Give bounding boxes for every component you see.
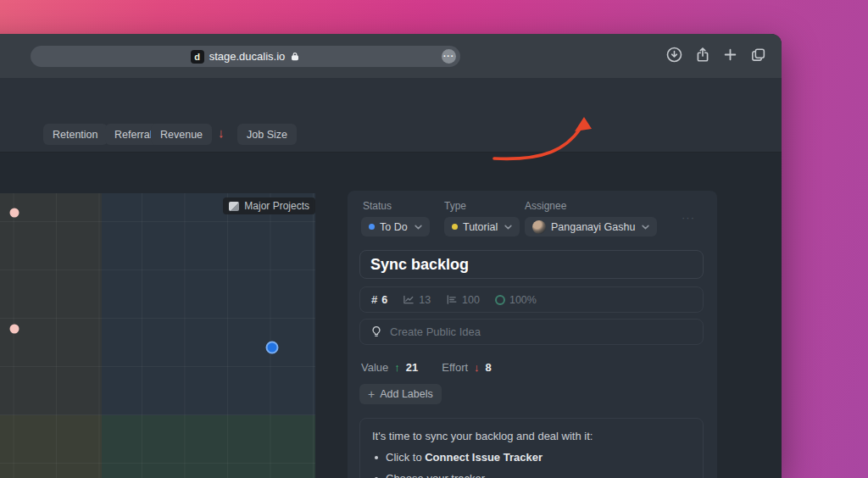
description-item: Click to Connect Issue Tracker: [372, 450, 691, 466]
assignee-value: Panganayi Gashu: [551, 221, 635, 233]
add-labels-button[interactable]: + Add Labels: [359, 384, 442, 404]
description-item: Choose your tracker: [372, 471, 691, 478]
backlog-position-value: 100: [462, 294, 480, 306]
quadrant-label-major-projects: Major Projects: [223, 197, 315, 214]
url-bar[interactable]: d stage.ducalis.io ···: [31, 46, 460, 67]
progress-value: 100%: [509, 294, 537, 306]
main-area: ns Major Projects Status Type Assignee T…: [0, 153, 782, 478]
url-more-icon[interactable]: ···: [442, 49, 456, 64]
bars-icon: [446, 294, 458, 305]
issue-number-stat: # 6: [371, 293, 387, 306]
status-field-label: Status: [363, 200, 392, 212]
arrow-up-icon: ↑: [394, 361, 400, 374]
browser-window: d stage.ducalis.io ···: [0, 34, 782, 478]
type-dropdown[interactable]: Tutorial: [444, 217, 520, 236]
add-labels-label: Add Labels: [380, 388, 433, 400]
score-stat[interactable]: 13: [403, 294, 431, 306]
lightbulb-icon: [370, 325, 382, 338]
site-favicon: d: [191, 50, 204, 64]
tab-retention[interactable]: Retention: [43, 124, 108, 145]
url-text: stage.ducalis.io: [209, 50, 286, 63]
status-color-dot: [369, 224, 375, 230]
type-color-dot: [452, 224, 458, 230]
desktop-background: d stage.ducalis.io ···: [0, 0, 868, 478]
value-number: 21: [406, 361, 418, 374]
share-icon[interactable]: [695, 47, 710, 63]
issue-stats-bar: # 6 13 100: [359, 286, 704, 313]
scatter-point[interactable]: [10, 208, 19, 218]
description-intro: It's time to sync your backlog and deal …: [372, 430, 691, 442]
issue-title-input[interactable]: Sync backlog: [359, 250, 704, 279]
score-value: 13: [419, 294, 431, 306]
public-idea-placeholder: Create Public Idea: [390, 325, 481, 338]
tab-revenue[interactable]: Revenue: [151, 124, 212, 145]
sort-descending-icon[interactable]: ↓: [218, 125, 225, 140]
progress-stat[interactable]: 100%: [495, 294, 537, 306]
connect-issue-tracker-text: Connect Issue Tracker: [425, 451, 542, 464]
scatter-point[interactable]: [10, 325, 19, 334]
type-value: Tutorial: [463, 221, 498, 233]
backlog-position-stat[interactable]: 100: [446, 294, 480, 306]
download-icon[interactable]: [666, 47, 682, 63]
issue-detail-panel: Status Type Assignee To Do Tutorial Pang…: [348, 191, 717, 478]
chevron-down-icon: [642, 225, 649, 230]
quadrant-label-text: Major Projects: [244, 200, 309, 212]
description-list: Click to Connect Issue Tracker Choose yo…: [372, 450, 691, 478]
issue-description[interactable]: It's time to sync your backlog and deal …: [359, 418, 704, 478]
new-tab-icon[interactable]: [723, 47, 737, 62]
issue-number: 6: [381, 294, 387, 306]
status-dropdown[interactable]: To Do: [361, 217, 430, 236]
assignee-avatar: [532, 220, 546, 234]
issue-title: Sync backlog: [370, 256, 469, 274]
lock-icon: [290, 51, 300, 62]
scatter-point[interactable]: [266, 342, 279, 354]
value-effort-row: Value ↑ 21 Effort ↓ 8: [361, 361, 492, 374]
status-value: To Do: [380, 221, 408, 233]
priority-matrix-chart: ns Major Projects: [0, 193, 315, 478]
chevron-down-icon: [415, 225, 422, 230]
effort-number: 8: [486, 361, 492, 374]
arrow-down-icon: ↓: [474, 361, 480, 374]
tab-job-size[interactable]: Job Size: [237, 124, 297, 145]
more-options-icon[interactable]: ···: [682, 211, 695, 224]
tabs-overview-icon[interactable]: [750, 47, 766, 63]
line-chart-icon: [403, 294, 415, 305]
effort-label: Effort: [442, 361, 468, 374]
hash-icon: #: [371, 293, 377, 306]
browser-toolbar: d stage.ducalis.io ···: [0, 34, 782, 78]
assignee-field-label: Assignee: [525, 200, 566, 212]
app-header: klog ? How Matrix works Change View: [0, 78, 782, 119]
chevron-down-icon: [504, 225, 512, 230]
scatter-points: [0, 193, 315, 478]
window-icon: [229, 202, 239, 211]
progress-ring-icon: [495, 295, 505, 305]
value-label: Value: [361, 361, 388, 374]
assignee-dropdown[interactable]: Panganayi Gashu: [525, 217, 657, 236]
criteria-tab-strip: tivation Retention Referral Revenue ↓ Jo…: [0, 119, 782, 153]
plus-icon: +: [368, 387, 375, 401]
create-public-idea-input[interactable]: Create Public Idea: [359, 319, 704, 345]
type-field-label: Type: [444, 200, 466, 212]
